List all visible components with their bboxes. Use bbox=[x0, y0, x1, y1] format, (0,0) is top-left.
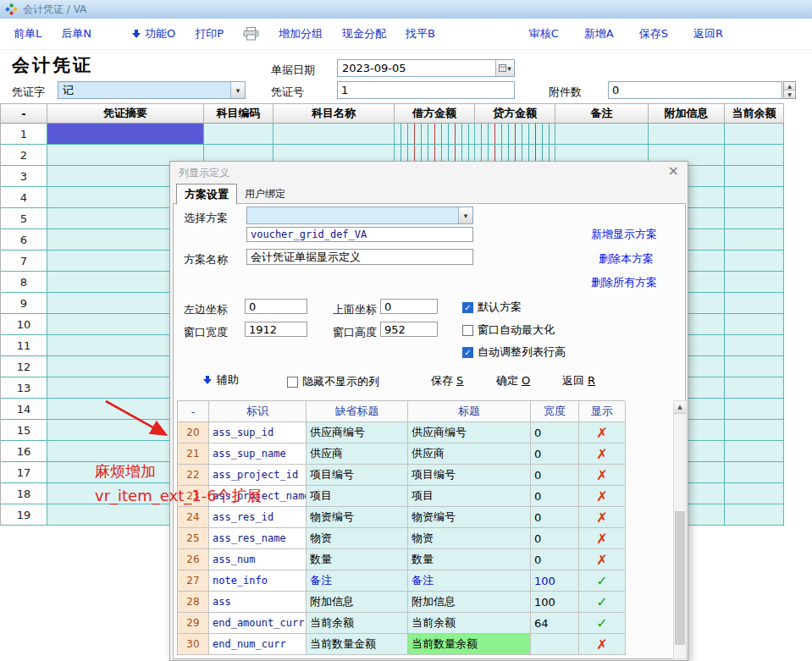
def-col-show[interactable]: ✗ bbox=[579, 634, 626, 655]
def-col-title[interactable]: 物资 bbox=[408, 528, 531, 549]
table-scrollbar[interactable]: ▲ bbox=[673, 400, 687, 659]
def-table-header-1[interactable]: 标识 bbox=[209, 401, 307, 422]
cash-alloc-button[interactable]: 现金分配 bbox=[342, 26, 386, 41]
def-col-width[interactable]: 100 bbox=[531, 570, 579, 592]
voucher-cell[interactable] bbox=[475, 124, 555, 145]
close-icon[interactable]: × bbox=[668, 163, 679, 179]
voucher-cell[interactable] bbox=[725, 251, 784, 272]
voucher-row-number[interactable]: 15 bbox=[1, 420, 47, 441]
grid-header-col-0[interactable]: - bbox=[1, 103, 47, 124]
def-col-default-title[interactable]: 项目编号 bbox=[307, 465, 408, 486]
grid-header-col-1[interactable]: 凭证摘要 bbox=[47, 103, 204, 124]
def-col-width[interactable]: 64 bbox=[531, 613, 579, 634]
def-col-width[interactable]: 0 bbox=[531, 422, 579, 443]
def-col-width[interactable]: 0 bbox=[531, 465, 579, 486]
printer-icon[interactable] bbox=[243, 27, 259, 41]
def-col-show[interactable]: ✗ bbox=[579, 486, 626, 507]
def-table-header-5[interactable]: 显示 bbox=[579, 401, 626, 422]
balance-button[interactable]: 找平B bbox=[406, 26, 435, 41]
dialog-back-button[interactable]: 返回R bbox=[562, 373, 595, 388]
def-col-default-title[interactable]: 供应商编号 bbox=[307, 422, 408, 443]
def-col-id[interactable]: ass_res_id bbox=[209, 507, 307, 528]
voucher-cell[interactable] bbox=[725, 399, 784, 420]
voucher-row-number[interactable]: 2 bbox=[1, 145, 47, 166]
grid-header-col-2[interactable]: 科目编码 bbox=[204, 103, 273, 124]
def-col-title[interactable]: 当前数量余额 bbox=[408, 634, 531, 655]
dropdown-arrow-icon[interactable]: ▾ bbox=[230, 82, 245, 98]
default-scheme-checkbox[interactable]: ✓ 默认方案 bbox=[462, 300, 522, 315]
voucher-row-number[interactable]: 6 bbox=[1, 229, 47, 251]
add-group-button[interactable]: 增加分组 bbox=[279, 26, 323, 41]
voucher-cell[interactable] bbox=[725, 335, 784, 356]
voucher-word-select[interactable]: 记 ▾ bbox=[58, 81, 246, 99]
voucher-cell[interactable] bbox=[725, 441, 784, 462]
voucher-row-number[interactable]: 19 bbox=[1, 504, 47, 526]
def-row-number[interactable]: 25 bbox=[178, 528, 209, 549]
voucher-cell[interactable] bbox=[725, 483, 784, 504]
def-col-width[interactable]: 0 bbox=[531, 528, 579, 549]
def-col-show[interactable]: ✗ bbox=[579, 528, 626, 549]
def-col-id[interactable]: end_amount_curr bbox=[209, 613, 307, 634]
top-coord-input[interactable] bbox=[380, 299, 438, 314]
scheme-select[interactable]: ▾ bbox=[246, 207, 473, 224]
voucher-cell[interactable] bbox=[725, 504, 784, 526]
tab-scheme-settings[interactable]: 方案设置 bbox=[176, 184, 237, 205]
auto-row-height-checkbox[interactable]: ✓ 自动调整列表行高 bbox=[462, 344, 566, 360]
voucher-row-number[interactable]: 16 bbox=[1, 441, 47, 462]
def-col-id[interactable]: ass_project_id bbox=[209, 465, 307, 486]
voucher-cell[interactable] bbox=[725, 145, 784, 166]
voucher-cell[interactable] bbox=[555, 124, 649, 145]
def-col-id[interactable]: ass_num bbox=[209, 549, 307, 570]
new-button[interactable]: 新增A bbox=[584, 26, 614, 41]
def-col-width[interactable]: 0 bbox=[531, 486, 579, 507]
voucher-row-number[interactable]: 8 bbox=[1, 272, 47, 293]
def-col-title[interactable]: 项目编号 bbox=[408, 465, 531, 486]
def-col-title[interactable]: 附加信息 bbox=[408, 592, 531, 613]
def-col-title[interactable]: 当前余额 bbox=[408, 613, 531, 634]
voucher-cell[interactable] bbox=[725, 229, 784, 251]
grid-header-col-8[interactable]: 当前余额 bbox=[725, 103, 784, 124]
voucher-cell[interactable] bbox=[725, 462, 784, 483]
def-col-default-title[interactable]: 供应商 bbox=[307, 443, 408, 465]
scheme-name-input[interactable] bbox=[246, 249, 473, 265]
left-coord-input[interactable] bbox=[245, 299, 307, 314]
voucher-row-number[interactable]: 5 bbox=[1, 208, 47, 229]
def-col-show[interactable]: ✓ bbox=[579, 613, 626, 634]
voucher-cell[interactable] bbox=[725, 377, 784, 399]
scheme-code-input[interactable] bbox=[246, 227, 473, 242]
def-col-width[interactable]: 0 bbox=[531, 549, 579, 570]
def-col-show[interactable]: ✗ bbox=[579, 443, 626, 465]
hide-hidden-columns-checkbox[interactable]: 隐藏不显示的列 bbox=[287, 374, 379, 389]
def-col-id[interactable]: ass_sup_name bbox=[209, 443, 307, 465]
def-row-number[interactable]: 26 bbox=[178, 549, 209, 570]
auto-maximize-checkbox[interactable]: 窗口自动最大化 bbox=[462, 322, 555, 338]
voucher-cell[interactable] bbox=[725, 166, 784, 187]
voucher-cell[interactable] bbox=[725, 356, 784, 377]
def-col-id[interactable]: ass_sup_id bbox=[209, 422, 307, 443]
def-col-default-title[interactable]: 附加信息 bbox=[307, 592, 408, 613]
def-col-width[interactable]: 0 bbox=[531, 443, 579, 465]
def-col-show[interactable]: ✓ bbox=[579, 570, 626, 592]
scrollbar-up-icon[interactable]: ▲ bbox=[674, 401, 686, 414]
def-table-header-4[interactable]: 宽度 bbox=[531, 401, 579, 422]
window-height-input[interactable] bbox=[380, 322, 438, 337]
def-col-title[interactable]: 供应商 bbox=[408, 443, 531, 465]
def-row-number[interactable]: 29 bbox=[178, 613, 209, 634]
def-row-number[interactable]: 22 bbox=[178, 465, 209, 486]
prev-doc-button[interactable]: 前单L bbox=[14, 26, 41, 41]
voucher-row-number[interactable]: 3 bbox=[1, 166, 47, 187]
audit-button[interactable]: 审核C bbox=[529, 26, 559, 41]
def-row-number[interactable]: 27 bbox=[178, 570, 209, 592]
grid-header-col-7[interactable]: 附加信息 bbox=[649, 103, 725, 124]
aux-menu-button[interactable]: 辅助 bbox=[202, 372, 239, 388]
def-table-header-2[interactable]: 缺省标题 bbox=[307, 401, 408, 422]
calendar-dropdown-button[interactable]: ▾ bbox=[495, 60, 514, 76]
def-col-width[interactable]: 0 bbox=[531, 507, 579, 528]
def-col-id[interactable]: note_info bbox=[209, 570, 307, 592]
def-col-default-title[interactable]: 当前数量金额 bbox=[307, 634, 408, 655]
def-col-title[interactable]: 物资编号 bbox=[408, 507, 531, 528]
def-col-show[interactable]: ✗ bbox=[579, 507, 626, 528]
def-col-id[interactable]: ass bbox=[209, 592, 307, 613]
def-row-number[interactable]: 30 bbox=[178, 634, 209, 655]
voucher-row-number[interactable]: 4 bbox=[1, 187, 47, 208]
